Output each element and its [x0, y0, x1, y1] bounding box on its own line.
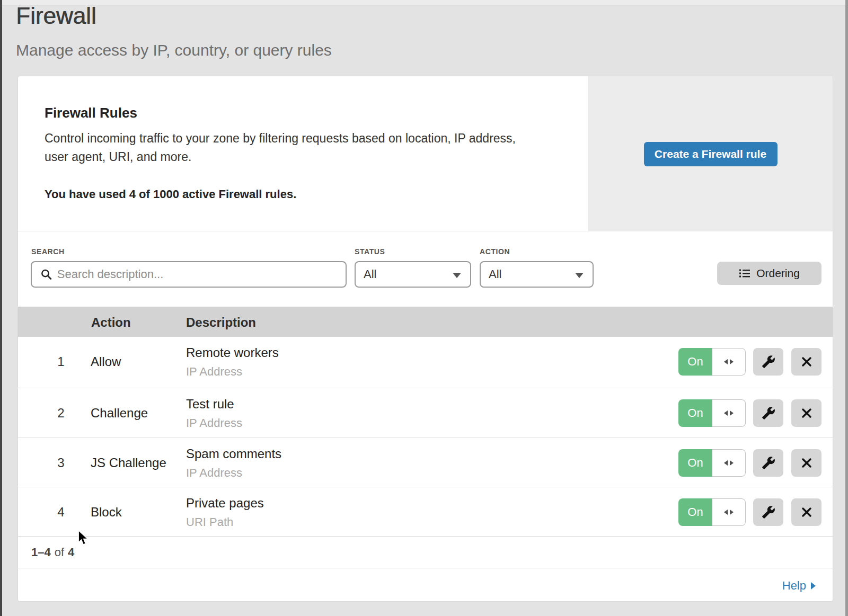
rule-description: Spam comments: [186, 447, 281, 461]
rule-priority: 4: [50, 505, 72, 520]
delete-rule-button[interactable]: [791, 498, 822, 526]
rule-toggle[interactable]: On: [678, 498, 746, 526]
table-row: 4 Block Private pages URI Path On: [18, 487, 833, 537]
search-icon: [40, 268, 52, 281]
status-select-value: All: [364, 267, 376, 281]
rule-action: Challenge: [91, 406, 148, 421]
rule-priority: 3: [50, 456, 72, 470]
edit-rule-button[interactable]: [753, 498, 783, 526]
chevron-down-icon: [575, 273, 584, 278]
rule-action: Block: [91, 505, 122, 520]
search-input[interactable]: [56, 267, 346, 282]
rule-description: Private pages: [186, 496, 264, 511]
status-label: STATUS: [355, 247, 385, 256]
table-row: 3 JS Challenge Spam comments IP Address …: [18, 438, 833, 487]
rule-match-type: IP Address: [186, 416, 242, 430]
rule-description: Remote workers: [186, 345, 279, 360]
wrench-icon: [762, 355, 775, 369]
edit-rule-button[interactable]: [753, 348, 783, 376]
rule-action: JS Challenge: [91, 456, 166, 470]
column-header-description: Description: [186, 315, 256, 330]
table-row: 1 Allow Remote workers IP Address On: [18, 337, 833, 388]
pagination-total: 4: [68, 546, 74, 559]
firewall-rules-card: Firewall Rules Control incoming traffic …: [17, 76, 833, 602]
table-header: Action Description: [18, 307, 833, 337]
search-box[interactable]: [31, 261, 347, 288]
help-link[interactable]: Help: [782, 579, 816, 593]
wrench-icon: [762, 406, 775, 420]
status-select[interactable]: All: [355, 261, 471, 288]
edit-rule-button[interactable]: [753, 399, 783, 427]
rule-priority: 2: [50, 406, 72, 421]
rule-match-type: IP Address: [186, 365, 242, 379]
help-label: Help: [782, 579, 806, 593]
rule-action: Allow: [91, 354, 121, 369]
rules-table-body: 1 Allow Remote workers IP Address On 2 C…: [18, 337, 833, 537]
search-label: SEARCH: [31, 247, 65, 256]
card-top-right-panel: Create a Firewall rule: [588, 76, 833, 231]
toggle-on-segment[interactable]: On: [678, 449, 712, 477]
close-icon: [801, 506, 812, 518]
toggle-arrows-icon[interactable]: [712, 449, 746, 477]
column-header-action: Action: [91, 315, 131, 330]
usage-summary: You have used 4 of 1000 active Firewall …: [45, 188, 296, 201]
card-top-section: Firewall Rules Control incoming traffic …: [18, 76, 833, 231]
rule-toggle[interactable]: On: [678, 449, 746, 477]
ordering-button[interactable]: Ordering: [717, 262, 822, 285]
ordering-label: Ordering: [756, 267, 800, 280]
pagination-range: 1–4: [31, 546, 51, 559]
mouse-cursor: [77, 530, 92, 546]
window-top-edge: [0, 0, 848, 5]
delete-rule-button[interactable]: [791, 348, 822, 376]
help-row: Help: [18, 568, 833, 602]
filter-bar: SEARCH STATUS ACTION All All Ordering: [18, 231, 833, 307]
card-description: Control incoming traffic to your zone by…: [45, 129, 537, 166]
rule-priority: 1: [50, 354, 72, 369]
rule-match-type: URI Path: [186, 515, 233, 529]
action-select[interactable]: All: [480, 261, 594, 288]
table-row: 2 Challenge Test rule IP Address On: [18, 388, 833, 438]
window-right-edge: [845, 0, 848, 616]
window-left-edge: [0, 0, 2, 616]
toggle-on-segment[interactable]: On: [678, 399, 712, 427]
rule-description: Test rule: [186, 397, 234, 412]
rule-toggle[interactable]: On: [678, 399, 746, 427]
close-icon: [801, 356, 812, 368]
create-firewall-rule-button[interactable]: Create a Firewall rule: [644, 142, 778, 166]
action-label: ACTION: [480, 247, 510, 256]
close-icon: [801, 457, 812, 469]
rule-toggle[interactable]: On: [678, 348, 746, 376]
ordering-list-icon: [739, 267, 750, 279]
close-icon: [801, 407, 812, 419]
toggle-on-segment[interactable]: On: [678, 348, 712, 376]
toggle-arrows-icon[interactable]: [712, 399, 746, 427]
page-subtitle: Manage access by IP, country, or query r…: [16, 41, 332, 59]
pagination-of: of: [55, 546, 64, 559]
page-title: Firewall: [16, 3, 96, 29]
delete-rule-button[interactable]: [791, 399, 822, 427]
rule-match-type: IP Address: [186, 466, 242, 480]
edit-rule-button[interactable]: [753, 449, 783, 477]
delete-rule-button[interactable]: [791, 449, 822, 477]
card-heading: Firewall Rules: [45, 105, 137, 121]
wrench-icon: [762, 456, 775, 470]
toggle-arrows-icon[interactable]: [712, 498, 746, 526]
pagination: 1–4 of 4: [18, 537, 833, 568]
help-arrow-icon: [811, 582, 816, 590]
toggle-arrows-icon[interactable]: [712, 348, 746, 376]
wrench-icon: [762, 505, 775, 519]
chevron-down-icon: [453, 273, 461, 278]
action-select-value: All: [489, 267, 501, 281]
toggle-on-segment[interactable]: On: [678, 498, 712, 526]
